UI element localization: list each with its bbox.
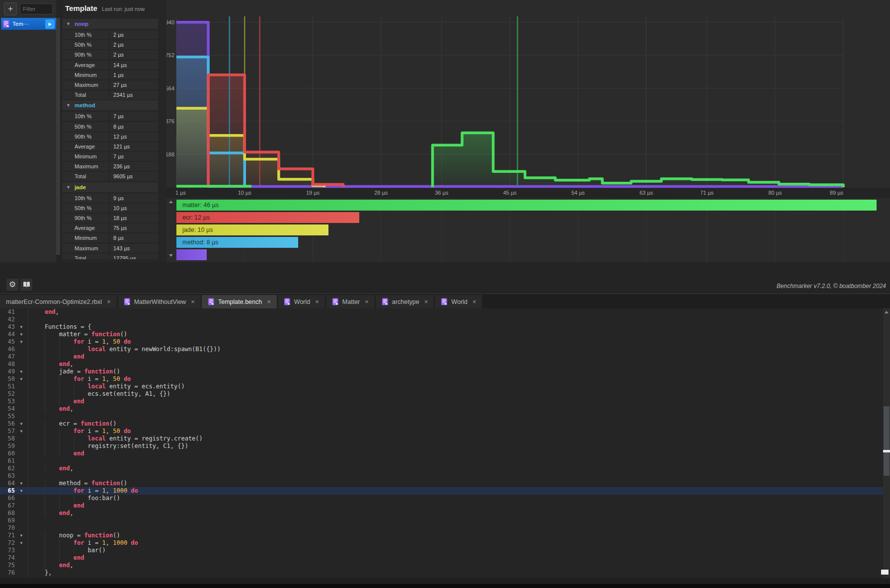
stat-value: 75 µs — [109, 225, 127, 231]
legend-item[interactable]: method: 8 µs — [176, 237, 298, 248]
code-line[interactable]: 53 end — [0, 398, 890, 405]
legend-item[interactable]: jade: 10 µs — [176, 224, 328, 235]
fold-gutter — [15, 517, 28, 524]
fold-gutter — [15, 450, 28, 457]
legend-item[interactable]: matter: 46 µs — [176, 200, 877, 211]
code-line[interactable]: 63 — [0, 472, 890, 480]
code-line[interactable]: 46 local entity = newWorld:spawn(B1({})) — [0, 346, 890, 353]
code-line[interactable]: 64▼ method = function() — [0, 480, 890, 487]
stat-section-header[interactable]: ▼method — [62, 100, 158, 110]
code-line[interactable]: 49▼ jade = function() — [0, 368, 890, 375]
stat-section-header[interactable]: ▼jade — [62, 182, 158, 192]
legend-scroll-up-icon[interactable] — [169, 201, 173, 203]
code-line[interactable]: 60 end — [0, 450, 890, 457]
fold-arrow-icon[interactable]: ▼ — [15, 532, 28, 539]
hscroll-thumb[interactable] — [881, 570, 889, 575]
scrollbar-thumb[interactable] — [884, 406, 890, 476]
code-line[interactable]: 45▼ for i = 1, 50 do — [0, 338, 890, 346]
code-line[interactable]: 61 — [0, 457, 890, 465]
tab-matterwithoutview[interactable]: MatterWithoutView× — [118, 295, 201, 308]
close-icon[interactable]: × — [473, 298, 477, 305]
code-line[interactable]: 44▼ matter = function() — [0, 331, 890, 338]
code-line[interactable]: 47 end — [0, 353, 890, 361]
stat-label: Total — [62, 90, 109, 99]
close-icon[interactable]: × — [267, 298, 271, 305]
legend-scroll-down-icon[interactable] — [169, 254, 173, 257]
fold-arrow-icon[interactable]: ▼ — [15, 331, 28, 338]
close-icon[interactable]: × — [191, 298, 195, 305]
settings-button[interactable]: ⚙ — [6, 279, 18, 291]
code-line[interactable]: 74 end — [0, 554, 890, 562]
code-line[interactable]: 69 — [0, 517, 890, 524]
fold-arrow-icon[interactable]: ▼ — [15, 368, 28, 375]
editor-scrollbar[interactable] — [883, 308, 890, 578]
fold-arrow-icon[interactable]: ▼ — [15, 338, 28, 346]
docs-button[interactable] — [20, 279, 32, 291]
code-line[interactable]: 42 — [0, 316, 890, 323]
close-icon[interactable]: × — [424, 298, 428, 305]
code-line[interactable]: 62 end, — [0, 465, 890, 472]
code-line[interactable]: 72▼ for i = 1, 1000 do — [0, 539, 890, 547]
stat-section-header[interactable]: ▼noop — [62, 19, 158, 29]
code-line[interactable]: 76 }, — [0, 569, 890, 577]
fold-gutter — [15, 495, 28, 502]
filter-input[interactable] — [20, 3, 53, 14]
line-number: 72 — [0, 539, 15, 547]
code-line[interactable]: 41 end, — [0, 308, 890, 316]
code-line[interactable]: 55 — [0, 413, 890, 420]
code-line[interactable]: 58 local entity = registry.create() — [0, 435, 890, 442]
tab-world[interactable]: World× — [435, 295, 482, 308]
stat-label: Average — [62, 61, 109, 70]
code-line[interactable]: 57▼ for i = 1, 50 do — [0, 428, 890, 435]
close-icon[interactable]: × — [107, 298, 111, 305]
line-number: 45 — [0, 338, 15, 346]
tab-archetype[interactable]: archetype× — [376, 295, 434, 308]
fold-arrow-icon[interactable]: ▼ — [15, 539, 28, 547]
code-line[interactable]: 59 registry:set(entity, C1, {}) — [0, 442, 890, 450]
code-line[interactable]: 67 end — [0, 502, 890, 510]
fold-arrow-icon[interactable]: ▼ — [15, 480, 28, 487]
tab-template-bench[interactable]: Template.bench× — [202, 295, 277, 308]
code-line[interactable]: 70 — [0, 524, 890, 532]
tab-world[interactable]: World× — [278, 295, 325, 308]
code-line[interactable]: 50▼ for i = 1, 50 do — [0, 375, 890, 383]
code-line[interactable]: 54 end, — [0, 405, 890, 413]
fold-arrow-icon[interactable]: ▼ — [15, 487, 28, 495]
list-scrollbar[interactable] — [56, 18, 60, 255]
fold-gutter — [15, 316, 28, 323]
code-line[interactable]: 51 local entity = ecs.entity() — [0, 383, 890, 390]
stat-value: 2341 µs — [109, 92, 133, 98]
legend-item[interactable]: ecr: 12 µs — [176, 212, 359, 223]
code-editor[interactable]: 41 end,4243▼ Functions = {44▼ matter = f… — [0, 308, 890, 578]
window-bottom-edge — [0, 584, 890, 588]
code-line[interactable]: 43▼ Functions = { — [0, 323, 890, 331]
code-line[interactable]: 48 end, — [0, 361, 890, 368]
code-line[interactable]: 56▼ ecr = function() — [0, 420, 890, 428]
tab-matter[interactable]: Matter× — [326, 295, 375, 308]
code-line[interactable]: 66 foo:bar() — [0, 495, 890, 502]
benchmark-list-item-template[interactable]: Tem··· ▶ — [1, 18, 56, 30]
run-benchmark-button[interactable]: ▶ — [45, 19, 55, 29]
fold-arrow-icon[interactable]: ▼ — [15, 428, 28, 435]
add-benchmark-button[interactable]: + — [4, 2, 17, 15]
code-line[interactable]: 71▼ noop = function() — [0, 532, 890, 539]
legend-item[interactable] — [176, 249, 207, 260]
stat-label: 10th % — [62, 194, 109, 203]
scroll-up-icon[interactable] — [885, 311, 889, 313]
code-line[interactable]: 52 ecs.set(entity, A1, {}) — [0, 390, 890, 398]
stat-value: 10 µs — [109, 205, 127, 211]
fold-arrow-icon[interactable]: ▼ — [15, 323, 28, 331]
stat-row: 10th %9 µs — [62, 194, 158, 203]
fold-arrow-icon[interactable]: ▼ — [15, 375, 28, 383]
tab-matterecr-common-optimize2-rbxl[interactable]: matterEcr-Common-Optimize2.rbxl× — [0, 295, 117, 308]
stat-label: 90th % — [62, 214, 109, 222]
code-line[interactable]: 65▼ for i = 1, 1000 do — [0, 487, 890, 495]
line-number: 52 — [0, 390, 15, 398]
code-line[interactable]: 73 bar() — [0, 547, 890, 554]
close-icon[interactable]: × — [365, 298, 369, 305]
code-line[interactable]: 68 end, — [0, 510, 890, 517]
close-icon[interactable]: × — [315, 298, 319, 305]
code-line[interactable]: 75 end, — [0, 562, 890, 569]
line-number: 70 — [0, 524, 15, 532]
fold-arrow-icon[interactable]: ▼ — [15, 420, 28, 428]
